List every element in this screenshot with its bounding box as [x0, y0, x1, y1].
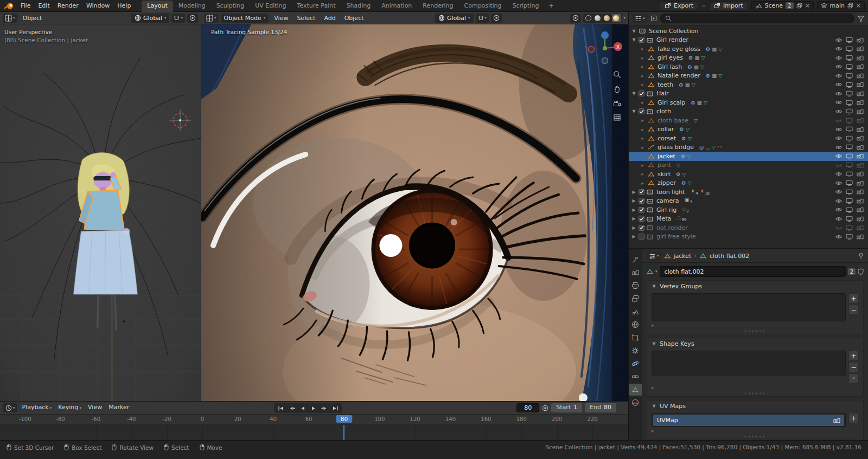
secondary-3d-viewport[interactable]: ▾ObjectGlobal▾▾ User Perspective (80) Sc…	[0, 12, 201, 401]
orthographic-grid-icon[interactable]	[613, 114, 621, 121]
outliner-row-skirt[interactable]: ▸skirt⚙▽	[629, 170, 868, 179]
outliner-row-teeth[interactable]: ▸teeth⚙▦▽	[629, 80, 868, 89]
vertex-groups-list[interactable]	[652, 293, 846, 321]
main-viewport-canvas[interactable]	[201, 24, 628, 401]
disclosure-icon[interactable]: ▸	[640, 118, 646, 123]
hide-viewport-toggle[interactable]	[834, 82, 843, 87]
disclosure-icon[interactable]: ▸	[640, 180, 646, 186]
timeline[interactable]: ▾ Playback ▾Keying ▾ViewMarker 80 Start1…	[0, 401, 628, 440]
timeline-menu-keying[interactable]: Keying ▾	[55, 402, 85, 414]
disable-viewports-toggle[interactable]	[845, 126, 854, 132]
add-shape-key-button[interactable]: +	[848, 351, 859, 361]
workspace-tab-rendering[interactable]: Rendering	[417, 1, 458, 12]
disable-viewports-toggle[interactable]	[845, 46, 854, 52]
disable-viewports-toggle[interactable]	[845, 82, 854, 88]
hide-viewport-toggle[interactable]	[834, 171, 843, 177]
uv-maps-header[interactable]: ▼ UV Maps	[647, 400, 863, 412]
disable-viewports-toggle[interactable]	[845, 225, 854, 231]
previous-keyframe-button[interactable]	[286, 404, 297, 412]
outliner-editor-type-button[interactable]: ▾	[633, 14, 647, 23]
outliner-row-zipper[interactable]: ▸zipper⚙▽	[629, 179, 868, 188]
disable-viewports-toggle[interactable]	[845, 234, 854, 240]
disclosure-icon[interactable]: ▼	[631, 91, 637, 96]
frame-start-field[interactable]: Start1	[551, 403, 582, 412]
scene-users-count[interactable]: 2	[786, 2, 793, 9]
proportional-editing-button[interactable]	[491, 14, 502, 23]
zoom-icon[interactable]	[613, 70, 621, 79]
panel-expand-icon[interactable]: ▼	[652, 284, 656, 289]
outliner-row-not-render[interactable]: ▶not render	[629, 223, 868, 232]
datablock-name-field[interactable]: cloth flat.002	[660, 266, 846, 277]
hide-viewport-toggle[interactable]	[834, 225, 843, 230]
uv-maps-list[interactable]: UVMap	[652, 413, 846, 427]
workspace-tab-shading[interactable]: Shading	[341, 1, 376, 12]
disclosure-icon[interactable]: ▸	[640, 153, 646, 159]
add-vertex-group-button[interactable]: +	[848, 293, 859, 303]
disable-render-toggle[interactable]	[856, 73, 865, 79]
hide-viewport-toggle[interactable]	[834, 180, 843, 186]
playhead-line[interactable]	[343, 425, 344, 440]
workspace-tab-scripting[interactable]: Scripting	[507, 1, 544, 12]
timeline-track[interactable]	[0, 425, 628, 440]
remove-vertex-group-button[interactable]: −	[848, 305, 859, 315]
hide-viewport-toggle[interactable]	[834, 216, 843, 222]
collection-checkbox[interactable]	[639, 216, 644, 222]
fake-user-icon[interactable]	[858, 268, 864, 275]
hide-viewport-toggle[interactable]	[834, 189, 843, 195]
disable-render-toggle[interactable]	[856, 189, 865, 195]
collection-checkbox[interactable]	[639, 225, 644, 231]
outliner-row-jacket[interactable]: ▸jacket⚙▽	[629, 152, 868, 161]
scene-selector[interactable]: Scene 2	[751, 1, 814, 10]
vertex-groups-header[interactable]: ▼ Vertex Groups	[647, 281, 863, 292]
shading-rendered-button[interactable]	[612, 14, 621, 22]
menu-select[interactable]: Select	[293, 12, 318, 24]
navigation-gizmo[interactable]: X	[586, 29, 624, 67]
disclosure-icon[interactable]: ▶	[631, 234, 637, 239]
hide-viewport-toggle[interactable]	[834, 64, 843, 69]
copy-scene-icon[interactable]	[796, 3, 802, 9]
properties-editor-type-button[interactable]: ▾	[647, 251, 661, 261]
editor-type-button[interactable]: ▾	[3, 14, 17, 23]
disclosure-icon[interactable]: ▸	[640, 127, 646, 132]
timeline-menu-marker[interactable]: Marker	[105, 402, 132, 414]
current-frame-field[interactable]: 80	[516, 403, 539, 412]
collection-checkbox[interactable]	[639, 189, 644, 195]
disable-viewports-toggle[interactable]	[845, 135, 854, 141]
hide-viewport-toggle[interactable]	[834, 207, 843, 212]
disclosure-icon[interactable]: ▸	[640, 73, 646, 79]
shape-keys-header[interactable]: ▼ Shape Keys	[647, 338, 863, 350]
disable-viewports-toggle[interactable]	[845, 55, 854, 61]
disable-render-toggle[interactable]	[856, 46, 865, 51]
panel-resize-grip[interactable]: ••••••	[647, 435, 863, 439]
collection-checkbox[interactable]	[639, 37, 644, 43]
disable-viewports-toggle[interactable]	[845, 207, 854, 213]
menu-add[interactable]: Add	[321, 12, 339, 24]
blender-logo-icon[interactable]	[4, 2, 14, 10]
outliner-row-girl-rig[interactable]: ▶Girl rig◇2	[629, 205, 868, 215]
workspace-tab-animation[interactable]: Animation	[376, 1, 417, 12]
play-button[interactable]	[308, 404, 318, 412]
disclosure-icon[interactable]: ▶	[631, 198, 637, 203]
hide-viewport-toggle[interactable]	[834, 46, 843, 51]
disclosure-icon[interactable]: ▼	[631, 29, 637, 34]
disable-render-toggle[interactable]	[856, 82, 865, 87]
outliner-row-corset[interactable]: ▸corset⚙▽	[629, 134, 868, 143]
disclosure-icon[interactable]: ▸	[640, 145, 646, 150]
collection-checkbox[interactable]	[639, 198, 644, 204]
transform-orientation-select[interactable]: Global▾	[435, 14, 474, 23]
disclosure-icon[interactable]: ▸	[640, 135, 646, 141]
hide-viewport-toggle[interactable]	[834, 91, 843, 96]
disclosure-icon[interactable]: ▼	[631, 109, 637, 114]
snap-magnet-button[interactable]: ▾	[476, 14, 489, 23]
shape-keys-list[interactable]	[652, 351, 846, 376]
disable-render-toggle[interactable]	[856, 64, 865, 69]
hide-viewport-toggle[interactable]	[834, 234, 843, 240]
jump-to-start-button[interactable]	[276, 404, 286, 412]
add-workspace-tab[interactable]: +	[545, 1, 557, 11]
properties-tab-view-layer[interactable]	[629, 293, 642, 305]
timeline-ruler[interactable]: 80 -100-80-60-40-20020406080100120140160…	[0, 415, 628, 425]
disclosure-icon[interactable]: ▸	[640, 55, 646, 61]
disable-render-toggle[interactable]	[856, 127, 865, 132]
datablock-users-count[interactable]: 2	[848, 268, 856, 275]
outliner-row-toon-light[interactable]: ▶toon light☀4☀18	[629, 188, 868, 197]
